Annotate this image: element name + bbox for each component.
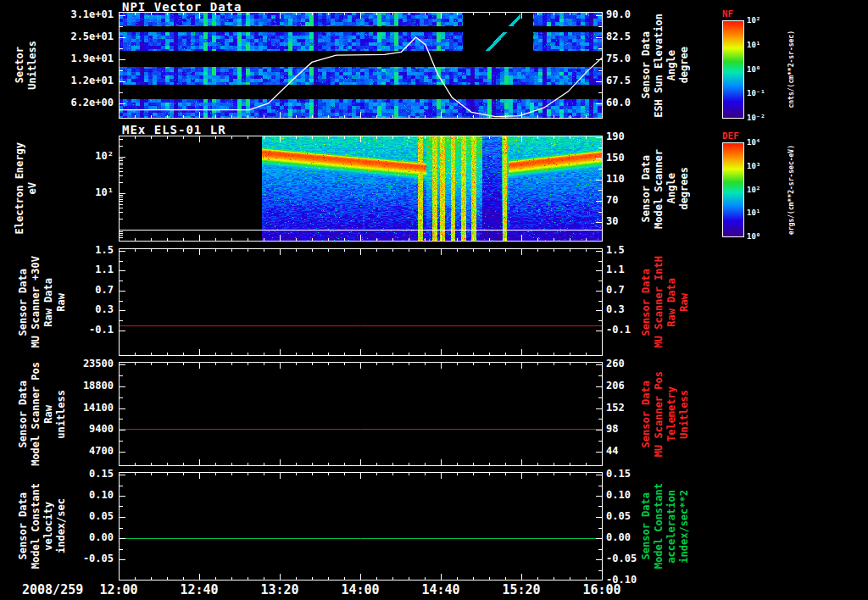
axis-label-line: MU Scanner +30V (30, 256, 42, 347)
mu-scanner-30v-raw-canvas (119, 248, 603, 356)
axis-label-line: Raw Data (42, 278, 55, 327)
axis-label-line: MU Scanner IntH (653, 256, 665, 347)
colorbar-units: ergs/(cm**2-sr-sec-eV) (787, 145, 796, 235)
colorbar-tick: 10⁰ (747, 66, 760, 74)
axis-label-line: Angle (665, 173, 678, 203)
colorbar-tick: 10⁰ (747, 233, 760, 241)
date-label: 2008/259 (22, 582, 83, 597)
axis-label-right-2: Sensor DataMU Scanner IntHRaw DataRaw (640, 248, 691, 356)
axis-label-line: MU Scanner Pos (653, 371, 665, 457)
axis-label-line: Sensor Data (17, 381, 30, 447)
ytick-left: 2.5e+01 (34, 31, 114, 42)
axis-label-line: degree (678, 47, 691, 83)
time-label: 12:40 (172, 582, 226, 597)
axis-label-line: Angle (665, 50, 678, 81)
ytick-left: 1.9e+01 (34, 53, 114, 64)
axis-label-line: index/sec (55, 498, 68, 553)
axis-label-line: Sector (14, 47, 26, 83)
axis-label-left-1: Electron EnergyeV (14, 136, 39, 242)
colorbar-name: DEF (722, 131, 739, 142)
plot-area-model-constant-velocity (119, 472, 603, 581)
colorbar-tick: 10⁴ (747, 139, 760, 147)
axis-label-line: index/sec**2 (678, 490, 691, 564)
axis-label-right-0: Sensor DataESH Sun ElevationAngledegree (640, 12, 691, 119)
axis-label-right-4: Sensor DataModel Constantaccelerationind… (640, 472, 691, 581)
colorbar-name: NF (722, 8, 733, 19)
colorbar-tick: 10⁻¹ (747, 90, 765, 97)
axis-label-line: Sensor Data (640, 31, 653, 98)
axis-label-line: Sensor Data (640, 155, 653, 222)
axis-label-line: Telemetry (665, 386, 678, 442)
axis-label-line: degrees (678, 167, 691, 210)
model-scanner-pos-raw-canvas (119, 362, 603, 466)
axis-label-line: Unitless (26, 41, 39, 90)
mex-els-01-lr-canvas (119, 136, 603, 242)
axis-label-line: Model Constant (30, 483, 42, 569)
plot-area-mex-els-01-lr (119, 136, 603, 242)
colorbar-1 (722, 142, 744, 237)
plot-area-mu-scanner-30v-raw (119, 248, 603, 356)
axis-label-line: Model Scanner Pos (30, 362, 42, 466)
colorbar-tick: 10³ (747, 163, 760, 170)
colorbar-0 (722, 20, 744, 119)
axis-label-line: eV (26, 182, 39, 194)
tplot-window: NPI Vector Data3.1e+012.5e+011.9e+011.2e… (0, 0, 868, 600)
axis-label-line: Sensor Data (17, 269, 30, 336)
panel-title: MEx ELS-01 LR (122, 123, 226, 136)
time-label: 16:00 (575, 582, 629, 597)
axis-label-line: Raw (42, 405, 55, 424)
colorbar-canvas (722, 20, 744, 119)
colorbar-units-block: cnts/(cm**2-sr-sec) (787, 20, 796, 119)
axis-label-line: Sensor Data (640, 381, 653, 447)
axis-label-line: Raw (55, 293, 68, 312)
ytick-left: 10¹ (34, 187, 114, 198)
axis-label-line: Model Scanner (653, 149, 665, 229)
colorbar-tick: 10² (747, 186, 760, 194)
ytick-left: 10² (34, 151, 114, 162)
plot-area-npi-vector-data (119, 12, 603, 119)
axis-label-line: Electron Energy (14, 142, 26, 234)
colorbar-canvas (722, 142, 744, 237)
axis-label-right-1: Sensor DataModel ScannerAngledegrees (640, 136, 691, 242)
colorbar-tick: 10¹ (747, 209, 760, 217)
axis-label-line: Model Constant (653, 483, 665, 569)
time-label: 13:20 (253, 582, 307, 597)
colorbar-tick: 10² (747, 17, 760, 25)
axis-label-left-0: SectorUnitless (14, 12, 39, 119)
colorbar-units: cnts/(cm**2-sr-sec) (787, 31, 796, 108)
time-label: 14:00 (333, 582, 387, 597)
axis-label-line: Unitless (678, 390, 691, 439)
ytick-left: 3.1e+01 (34, 9, 114, 20)
time-label: 15:20 (494, 582, 548, 597)
axis-label-line: Sensor Data (640, 492, 653, 559)
axis-label-left-2: Sensor DataMU Scanner +30VRaw DataRaw (17, 248, 68, 356)
axis-label-left-4: Sensor DataModel Constantvelocityindex/s… (17, 472, 68, 581)
plot-area-model-scanner-pos-raw (119, 362, 603, 466)
axis-label-line: acceleration (665, 490, 678, 564)
axis-label-line: Sensor Data (17, 492, 30, 559)
ytick-left: 6.2e+00 (34, 97, 114, 108)
axis-label-line: ESH Sun Elevation (653, 14, 665, 118)
model-constant-velocity-canvas (119, 472, 603, 581)
colorbar-tick: 10¹ (747, 42, 760, 49)
time-label: 12:00 (92, 582, 146, 597)
axis-label-line: unitless (55, 390, 68, 439)
axis-label-right-3: Sensor DataMU Scanner PosTelemetryUnitle… (640, 362, 691, 466)
axis-label-line: Raw Data (665, 278, 678, 327)
axis-label-line: Raw (678, 293, 691, 312)
colorbar-units-block: ergs/(cm**2-sr-sec-eV) (787, 142, 796, 237)
ytick-left: 1.2e+01 (34, 75, 114, 86)
time-label: 14:40 (414, 582, 468, 597)
axis-label-line: velocity (42, 502, 55, 551)
colorbar-tick: 10⁻² (747, 114, 765, 122)
npi-vector-data-canvas (119, 12, 603, 119)
axis-label-line: Sensor Data (640, 269, 653, 336)
axis-label-left-3: Sensor DataModel Scanner PosRawunitless (17, 362, 68, 466)
